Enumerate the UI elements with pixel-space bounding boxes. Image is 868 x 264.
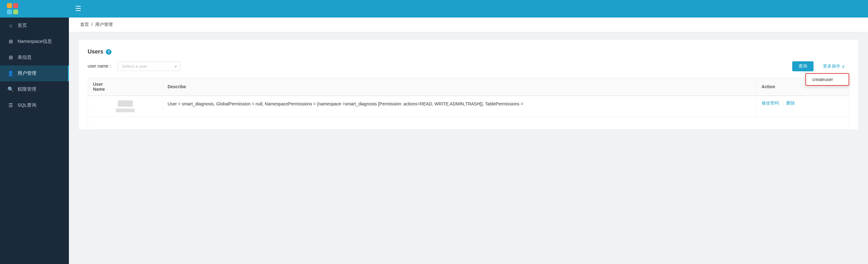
sidebar-item-namespace[interactable]: ⊞ Namespace信息 bbox=[0, 33, 69, 50]
table-row: User = smart_diagnosis, GlobalPermission… bbox=[88, 96, 849, 117]
more-actions-button[interactable]: 更多操作 ∨ bbox=[818, 61, 849, 71]
more-actions-dropdown: 更多操作 ∨ createuser bbox=[818, 61, 849, 71]
svg-rect-2 bbox=[7, 9, 12, 14]
panel-title: Users ? bbox=[88, 48, 849, 55]
users-table: UserName Describe Action bbox=[88, 77, 849, 130]
user-select-wrapper: Select a user ∨ bbox=[118, 62, 180, 71]
sidebar-item-user-label: 用户管理 bbox=[18, 70, 36, 76]
breadcrumb: 首页 / 用户管理 bbox=[69, 18, 868, 32]
more-actions-arrow-icon: ∨ bbox=[842, 64, 845, 69]
breadcrumb-separator: / bbox=[91, 22, 93, 27]
breadcrumb-current: 用户管理 bbox=[95, 22, 113, 27]
user-avatar bbox=[118, 100, 133, 107]
sidebar-item-sql[interactable]: ☰ SQL查询 bbox=[0, 97, 69, 113]
change-password-link[interactable]: 修改密码 bbox=[762, 100, 779, 105]
table-body: User = smart_diagnosis, GlobalPermission… bbox=[88, 96, 849, 130]
sidebar-item-home-label: 首页 bbox=[18, 23, 27, 29]
sidebar-item-user-management[interactable]: 👤 用户管理 bbox=[0, 65, 69, 81]
panel-title-text: Users bbox=[88, 48, 103, 55]
help-icon[interactable]: ? bbox=[106, 49, 112, 55]
sidebar-item-namespace-label: Namespace信息 bbox=[18, 38, 52, 44]
table-header: UserName Describe Action bbox=[88, 78, 849, 96]
table-icon: ⊞ bbox=[7, 55, 14, 60]
sidebar-item-home[interactable]: ⌂ 首页 bbox=[0, 18, 69, 33]
user-name-cell bbox=[88, 96, 162, 117]
sidebar-item-table[interactable]: ⊞ 表信息 bbox=[0, 50, 69, 65]
user-name-placeholder bbox=[116, 108, 135, 112]
sidebar-item-table-label: 表信息 bbox=[18, 55, 32, 60]
sidebar-item-sql-label: SQL查询 bbox=[18, 102, 36, 108]
top-header: ☰ bbox=[0, 0, 868, 18]
table-row-empty bbox=[88, 117, 849, 130]
logo-area bbox=[6, 2, 69, 15]
namespace-icon: ⊞ bbox=[7, 38, 14, 44]
table-header-row: UserName Describe Action bbox=[88, 78, 849, 96]
permissions-icon: 🔍 bbox=[7, 86, 14, 92]
dropdown-item-create-user[interactable]: createuser bbox=[806, 74, 848, 85]
action-divider: | bbox=[782, 100, 783, 105]
home-icon: ⌂ bbox=[7, 23, 14, 29]
page-content: Users ? user name： Select a user ∨ 查询 bbox=[69, 32, 868, 264]
user-cell bbox=[93, 100, 157, 112]
hamburger-button[interactable]: ☰ bbox=[75, 5, 82, 13]
user-icon: 👤 bbox=[7, 70, 14, 76]
svg-rect-3 bbox=[13, 9, 18, 14]
filter-label: user name： bbox=[88, 64, 113, 69]
dropdown-menu: createuser bbox=[805, 73, 849, 86]
col-describe: Describe bbox=[162, 78, 756, 96]
svg-rect-1 bbox=[13, 3, 18, 8]
filter-row: user name： Select a user ∨ 查询 更多操作 ∨ bbox=[88, 61, 849, 71]
describe-cell: User = smart_diagnosis, GlobalPermission… bbox=[162, 96, 756, 117]
content-area: 首页 / 用户管理 Users ? user name： Select a us… bbox=[69, 18, 868, 264]
sidebar: ⌂ 首页 ⊞ Namespace信息 ⊞ 表信息 👤 用户管理 🔍 权限管理 ☰… bbox=[0, 18, 69, 264]
main-layout: ⌂ 首页 ⊞ Namespace信息 ⊞ 表信息 👤 用户管理 🔍 权限管理 ☰… bbox=[0, 18, 868, 264]
sidebar-item-permissions[interactable]: 🔍 权限管理 bbox=[0, 81, 69, 97]
action-cell: 修改密码 | 删除 bbox=[756, 96, 849, 117]
action-links: 修改密码 | 删除 bbox=[762, 100, 844, 106]
query-button[interactable]: 查询 bbox=[792, 61, 813, 71]
logo-icon bbox=[6, 2, 19, 15]
breadcrumb-home: 首页 bbox=[80, 22, 89, 27]
sql-icon: ☰ bbox=[7, 102, 14, 108]
col-username: UserName bbox=[88, 78, 162, 96]
more-actions-label: 更多操作 bbox=[823, 64, 840, 69]
sidebar-item-permissions-label: 权限管理 bbox=[18, 86, 36, 92]
svg-rect-0 bbox=[7, 3, 12, 8]
users-panel: Users ? user name： Select a user ∨ 查询 bbox=[79, 40, 858, 130]
user-select[interactable]: Select a user bbox=[118, 62, 180, 71]
delete-link[interactable]: 删除 bbox=[786, 100, 795, 105]
